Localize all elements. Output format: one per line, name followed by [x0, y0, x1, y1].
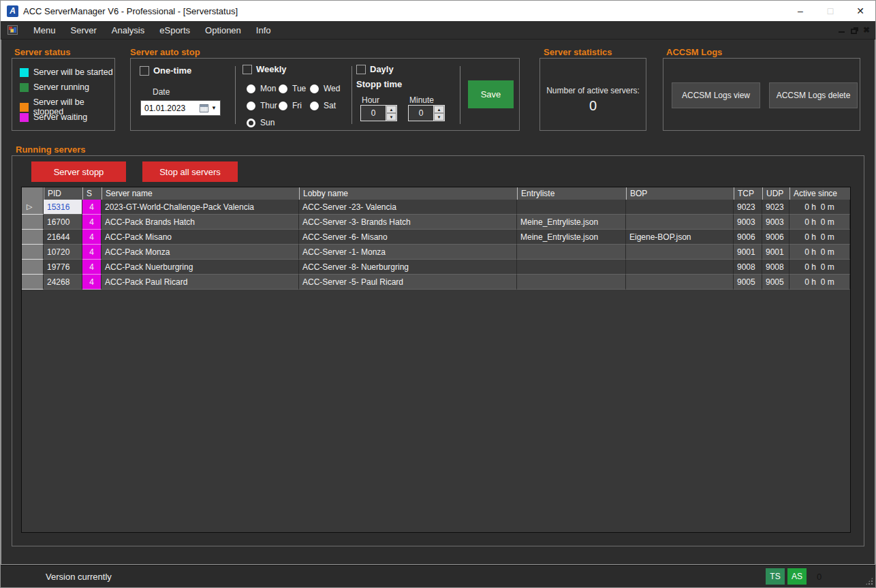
spinner-up-icon[interactable]: ▲ [386, 106, 396, 113]
accsm-logs-title: ACCSM Logs [666, 47, 722, 57]
column-header-entryliste[interactable]: Entryliste [517, 187, 626, 200]
row-header-cell[interactable]: ▷ [22, 215, 44, 230]
radio-icon[interactable] [247, 119, 255, 127]
cell-active-since: 0 h 0 m [789, 200, 850, 215]
legend-item: Server running [20, 82, 89, 92]
radio-icon[interactable] [279, 102, 287, 110]
column-header-s[interactable]: S [82, 187, 101, 200]
checkbox-icon[interactable] [243, 65, 252, 74]
minute-label: Minute [409, 95, 434, 105]
table-row[interactable]: ▷ 15316 4 2023-GT-World-Challenge-Pack V… [22, 200, 850, 215]
server-status-title: Server status [14, 47, 70, 57]
radio-tue[interactable]: Tue [279, 84, 306, 93]
radio-fri[interactable]: Fri [279, 101, 302, 110]
spinner-down-icon[interactable]: ▼ [386, 113, 396, 121]
version-label: Version currently [46, 572, 112, 582]
close-icon[interactable]: ✕ [845, 1, 875, 21]
cell-entryliste [517, 200, 626, 215]
form-icon [7, 25, 18, 35]
cell-tcp: 9001 [734, 245, 762, 260]
mdi-restore-icon[interactable] [851, 29, 857, 34]
row-header-cell[interactable]: ▷ [22, 245, 44, 260]
hour-stepper[interactable]: 0 ▲ ▼ [360, 105, 397, 121]
column-header-active-since[interactable]: Active since [789, 187, 850, 200]
calendar-icon [200, 104, 208, 112]
mdi-close-icon[interactable]: ✖ [863, 26, 870, 34]
legend-item: Server waiting [20, 112, 87, 122]
accsm-logs-view-button[interactable]: ACCSM Logs view [672, 82, 760, 108]
dropdown-arrow-icon[interactable]: ▼ [211, 105, 217, 111]
resize-grip[interactable] [865, 577, 873, 585]
cell-tcp: 9023 [734, 200, 762, 215]
row-header-cell[interactable]: ▷ [22, 275, 44, 290]
menu-item-optionen[interactable]: Optionen [198, 22, 249, 39]
checkbox-icon[interactable] [356, 65, 366, 74]
row-header-cell[interactable]: ▷ [22, 200, 44, 215]
save-button[interactable]: Save [468, 80, 514, 108]
row-header-cell[interactable]: ▷ [22, 230, 44, 245]
cell-active-since: 0 h 0 m [789, 215, 850, 230]
radio-thur[interactable]: Thur [247, 101, 277, 110]
status-waiting-swatch [20, 113, 29, 122]
cell-entryliste [517, 260, 626, 275]
stop-all-servers-button[interactable]: Stop all servers [142, 161, 238, 182]
minimize-icon[interactable]: – [785, 1, 815, 21]
checkbox-icon[interactable] [140, 66, 149, 76]
radio-sat[interactable]: Sat [310, 101, 336, 110]
spinner-down-icon[interactable]: ▼ [434, 113, 444, 121]
radio-icon[interactable] [310, 84, 319, 93]
menu-item-analysis[interactable]: Analysis [104, 22, 152, 39]
cell-status: 4 [82, 245, 101, 260]
table-row[interactable]: ▷ 21644 4 ACC-Pack Misano ACC-Server -6-… [22, 230, 850, 245]
status-stopped-swatch [20, 103, 29, 112]
column-header-tcp[interactable]: TCP [734, 187, 762, 200]
menu-bar: Menu Server Analysis eSports Optionen In… [1, 21, 875, 40]
cell-lobby-name: ACC-Server -23- Valencia [299, 200, 517, 215]
server-statistics-group: Number of active servers: 0 [539, 58, 646, 131]
cell-tcp: 9006 [734, 230, 762, 245]
radio-wed[interactable]: Wed [310, 84, 340, 93]
as-status-badge: AS [787, 568, 807, 585]
menu-item-server[interactable]: Server [63, 22, 104, 39]
legend-label: Server running [33, 82, 89, 92]
table-row[interactable]: ▷ 19776 4 ACC-Pack Nuerburgring ACC-Serv… [22, 260, 850, 275]
minute-value[interactable]: 0 [409, 106, 433, 121]
maximize-icon[interactable]: □ [815, 1, 845, 21]
column-header-server-name[interactable]: Server name [101, 187, 299, 200]
menu-item-menu[interactable]: Menu [26, 22, 63, 39]
accsm-logs-delete-button[interactable]: ACCSM Logs delete [769, 82, 858, 108]
menu-item-esports[interactable]: eSports [152, 22, 198, 39]
date-picker[interactable]: 01.01.2023 ▼ [140, 100, 221, 116]
radio-mon[interactable]: Mon [247, 84, 276, 93]
dayly-checkbox[interactable]: Dayly [356, 64, 394, 74]
hour-value[interactable]: 0 [361, 106, 386, 121]
column-header-pid[interactable]: PID [44, 187, 82, 200]
table-row[interactable]: ▷ 24268 4 ACC-Pack Paul Ricard ACC-Serve… [22, 275, 850, 290]
menu-item-info[interactable]: Info [249, 22, 279, 39]
cell-bop: Eigene-BOP.json [626, 230, 734, 245]
cell-bop [626, 260, 734, 275]
cell-active-since: 0 h 0 m [789, 275, 850, 290]
app-icon: A [7, 5, 18, 17]
column-header-lobby-name[interactable]: Lobby name [299, 187, 517, 200]
table-row[interactable]: ▷ 16700 4 ACC-Pack Brands Hatch ACC-Serv… [22, 215, 850, 230]
cell-udp: 9005 [762, 275, 789, 290]
cell-lobby-name: ACC-Server -8- Nuerburgring [299, 260, 517, 275]
radio-icon[interactable] [279, 84, 287, 93]
radio-icon[interactable] [247, 102, 255, 110]
radio-icon[interactable] [310, 102, 319, 110]
mdi-minimize-icon[interactable] [839, 27, 845, 33]
server-stop-button[interactable]: Server stopp [31, 161, 126, 182]
one-time-checkbox[interactable]: One-time [140, 65, 191, 76]
weekly-checkbox[interactable]: Weekly [243, 64, 287, 74]
column-header-udp[interactable]: UDP [762, 187, 789, 200]
app-window: A ACC ServerManager V6 - Professional - … [0, 0, 876, 588]
row-header-cell[interactable]: ▷ [22, 260, 44, 275]
radio-icon[interactable] [247, 84, 255, 93]
minute-stepper[interactable]: 0 ▲ ▼ [408, 105, 445, 121]
divider [235, 66, 236, 124]
table-row[interactable]: ▷ 10720 4 ACC-Pack Monza ACC-Server -1- … [22, 245, 850, 260]
spinner-up-icon[interactable]: ▲ [434, 106, 444, 113]
column-header-bop[interactable]: BOP [626, 187, 734, 200]
radio-sun[interactable]: Sun [247, 118, 275, 127]
